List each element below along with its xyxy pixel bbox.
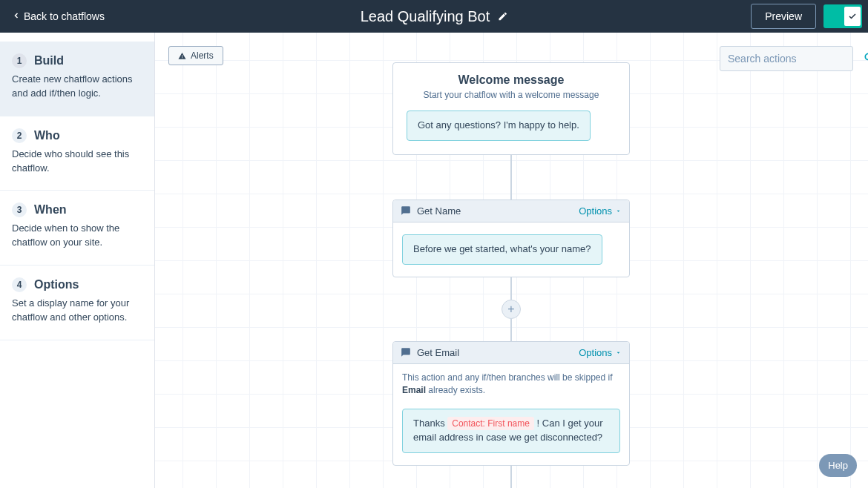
get-email-card[interactable]: Get Email Options This action and any if… — [392, 341, 630, 466]
add-action-button[interactable]: + — [502, 300, 521, 319]
sidebar-step-who[interactable]: 2 Who Decide who should see this chatflo… — [0, 116, 154, 191]
search-icon — [864, 52, 868, 65]
step-number: 4 — [12, 277, 27, 292]
step-title: When — [34, 203, 67, 217]
sidebar-step-build[interactable]: 1 Build Create new chatflow actions and … — [0, 42, 154, 116]
connector-line — [510, 466, 512, 488]
get-email-bubble: Thanks Contact: First name ! Can I get y… — [402, 409, 620, 453]
back-label: Back to chatflows — [24, 10, 105, 22]
welcome-title: Welcome message — [407, 73, 616, 87]
card-header[interactable]: Get Email Options — [393, 342, 629, 364]
card-title: Get Email — [417, 347, 459, 358]
sidebar: 1 Build Create new chatflow actions and … — [0, 33, 155, 488]
alerts-button[interactable]: Alerts — [168, 46, 223, 65]
page-title: Lead Qualifying Bot — [361, 8, 490, 25]
step-number: 3 — [12, 202, 27, 217]
sidebar-step-when[interactable]: 3 When Decide when to show the chatflow … — [0, 191, 154, 266]
check-icon — [844, 7, 861, 26]
connector-line — [510, 319, 512, 341]
chevron-left-icon — [12, 10, 21, 22]
card-title: Get Name — [417, 205, 461, 217]
options-label: Options — [579, 205, 612, 217]
step-description: Decide when to show the chatflow on your… — [12, 222, 142, 250]
welcome-bubble: Got any questions? I'm happy to help. — [407, 111, 591, 141]
welcome-subtitle: Start your chatflow with a welcome messa… — [407, 90, 616, 100]
welcome-card[interactable]: Welcome message Start your chatflow with… — [392, 62, 630, 155]
edit-title-button[interactable] — [497, 11, 507, 22]
step-title: Options — [34, 278, 79, 291]
options-label: Options — [579, 347, 612, 358]
chat-icon — [401, 347, 411, 357]
preview-button[interactable]: Preview — [751, 4, 816, 29]
contact-firstname-token: Contact: First name — [447, 417, 534, 430]
svg-point-0 — [865, 53, 868, 59]
step-description: Create new chatflow actions and add if/t… — [12, 73, 142, 101]
connector-line — [510, 155, 512, 200]
search-input[interactable] — [728, 53, 858, 65]
publish-toggle[interactable] — [823, 4, 862, 28]
back-to-chatflows-link[interactable]: Back to chatflows — [12, 10, 105, 22]
card-header[interactable]: Get Name Options — [393, 200, 629, 222]
alerts-label: Alerts — [191, 50, 214, 61]
caret-down-icon — [615, 347, 622, 358]
chat-icon — [401, 205, 411, 216]
warning-icon — [178, 52, 186, 60]
skip-note: This action and any if/then branches wil… — [393, 364, 629, 398]
step-title: Build — [34, 54, 64, 67]
card-options-button[interactable]: Options — [579, 205, 622, 217]
canvas: Alerts Welcome message Start your chatfl… — [155, 33, 868, 488]
step-description: Set a display name for your chatflow and… — [12, 297, 142, 325]
step-title: Who — [34, 129, 60, 142]
sidebar-step-options[interactable]: 4 Options Set a display name for your ch… — [0, 266, 154, 340]
help-button[interactable]: Help — [819, 454, 857, 477]
get-name-card[interactable]: Get Name Options Before we get started, … — [392, 200, 630, 277]
step-number: 2 — [12, 128, 27, 143]
connector-line — [510, 277, 512, 300]
caret-down-icon — [615, 205, 622, 217]
get-name-bubble: Before we get started, what's your name? — [402, 234, 602, 265]
step-number: 1 — [12, 53, 27, 68]
card-options-button[interactable]: Options — [579, 347, 622, 358]
search-actions-field[interactable] — [720, 46, 853, 71]
step-description: Decide who should see this chatflow. — [12, 148, 142, 176]
